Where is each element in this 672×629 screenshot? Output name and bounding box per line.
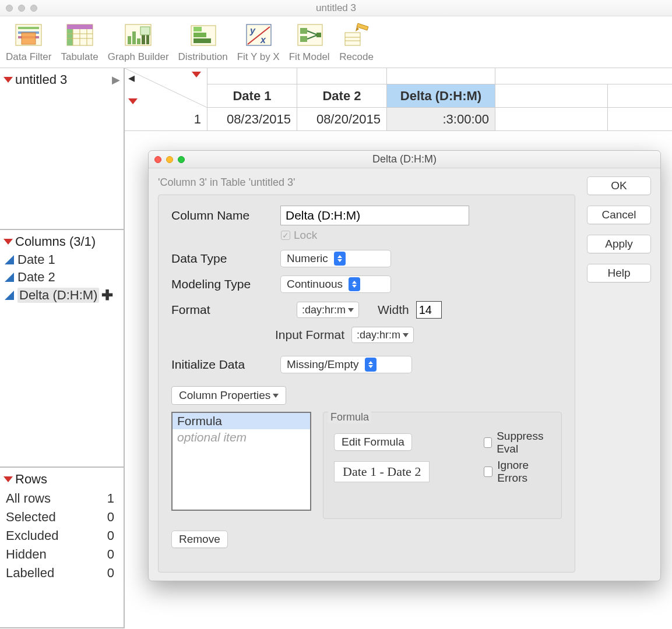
rows-header-label: Rows xyxy=(15,472,47,487)
lock-label: Lock xyxy=(294,229,317,242)
toolbar: Data Filter Tabulate Graph Builder Distr… xyxy=(0,16,672,68)
column-header[interactable]: Date 2 xyxy=(297,84,387,107)
column-header-empty xyxy=(495,84,608,107)
window-title: untitled 3 xyxy=(0,2,672,14)
checkbox-icon: ✓ xyxy=(281,231,290,240)
table-name-header[interactable]: untitled 3 ▶ xyxy=(1,70,122,89)
tabulate-icon xyxy=(62,20,97,50)
minimize-icon[interactable] xyxy=(166,156,173,163)
row-stat-value: 0 xyxy=(94,546,121,563)
property-list[interactable]: Formula optional item xyxy=(171,412,311,511)
data-cell[interactable]: 08/23/2015 xyxy=(207,108,297,130)
svg-rect-31 xyxy=(316,33,321,37)
columns-header[interactable]: Columns (3/1) xyxy=(1,232,122,251)
initialize-data-select[interactable]: Missing/Empty xyxy=(280,356,412,373)
data-cell[interactable]: :3:00:00 xyxy=(387,108,495,130)
input-format-popup[interactable]: :day:hr:m xyxy=(351,327,414,343)
data-type-label: Data Type xyxy=(171,252,273,266)
toolbar-fit-model[interactable]: Fit Model xyxy=(289,20,330,63)
recode-icon xyxy=(339,20,374,50)
help-button[interactable]: Help xyxy=(587,264,651,282)
data-cell-empty xyxy=(495,108,608,130)
data-cell[interactable]: 08/20/2015 xyxy=(297,108,387,130)
property-item-selected[interactable]: Formula xyxy=(173,413,310,429)
continuous-icon xyxy=(5,273,14,282)
format-popup[interactable]: :day:hr:m xyxy=(297,302,359,318)
svg-rect-4 xyxy=(22,33,36,44)
column-item[interactable]: Delta (D:H:M) ✚ xyxy=(1,286,122,305)
row-stat-label: Labelled xyxy=(2,564,93,582)
ignore-errors-label: Ignore Errors xyxy=(497,459,551,485)
toolbar-fit-y-by-x[interactable]: yx Fit Y by X xyxy=(237,20,280,63)
property-item-optional[interactable]: optional item xyxy=(173,429,310,446)
lock-checkbox[interactable]: ✓ Lock xyxy=(281,229,562,242)
column-label: Delta (D:H:M) xyxy=(17,288,99,303)
modeling-type-value: Continuous xyxy=(287,278,343,291)
dialog-hint: 'Column 3' in Table 'untitled 3' xyxy=(158,176,575,189)
apply-button[interactable]: Apply xyxy=(587,235,651,253)
ok-button[interactable]: OK xyxy=(587,176,651,195)
chevron-down-icon xyxy=(273,394,279,398)
toolbar-label: Graph Builder xyxy=(108,51,169,63)
select-arrows-icon xyxy=(365,358,377,372)
svg-text:x: x xyxy=(260,35,266,45)
rows-header[interactable]: Rows xyxy=(1,470,122,489)
table-corner[interactable]: ◂ xyxy=(125,68,207,108)
row-stat: All rows1 xyxy=(2,490,121,507)
toolbar-graph-builder[interactable]: Graph Builder xyxy=(108,20,169,63)
toolbar-distribution[interactable]: Distribution xyxy=(178,20,228,63)
graph-builder-icon xyxy=(121,20,156,50)
dialog-title: Delta (D:H:M) xyxy=(149,153,660,165)
zoom-icon[interactable] xyxy=(178,156,185,163)
column-menu-icon[interactable] xyxy=(192,72,201,77)
initialize-data-label: Initialize Data xyxy=(171,358,273,372)
toolbar-recode[interactable]: Recode xyxy=(339,20,374,63)
dialog-titlebar: Delta (D:H:M) xyxy=(149,151,660,168)
edit-formula-button[interactable]: Edit Formula xyxy=(334,433,412,451)
expand-icon[interactable]: ▶ xyxy=(112,73,120,86)
formula-indicator-icon: ✚ xyxy=(101,287,113,303)
row-number[interactable]: 1 xyxy=(125,108,207,130)
fit-y-by-x-icon: yx xyxy=(241,20,276,50)
svg-rect-23 xyxy=(193,27,202,31)
data-type-select[interactable]: Numeric xyxy=(280,250,391,267)
fit-model-icon xyxy=(292,20,327,50)
table-name-panel: untitled 3 ▶ xyxy=(0,68,124,230)
table-name-label: untitled 3 xyxy=(15,72,67,87)
modeling-type-label: Modeling Type xyxy=(171,277,273,291)
ignore-errors-checkbox[interactable]: Ignore Errors xyxy=(484,459,551,485)
svg-rect-7 xyxy=(67,29,73,45)
row-stat: Excluded0 xyxy=(2,527,121,545)
column-header[interactable]: Delta (D:H:M) xyxy=(387,84,495,107)
disclosure-icon xyxy=(3,239,13,245)
svg-text:y: y xyxy=(249,26,256,36)
toolbar-data-filter[interactable]: Data Filter xyxy=(6,20,51,63)
format-value: :day:hr:m xyxy=(302,304,346,316)
main-window-titlebar: untitled 3 xyxy=(0,0,672,16)
column-item[interactable]: Date 2 xyxy=(1,268,122,286)
row-menu-icon[interactable] xyxy=(128,98,138,104)
scroll-left-icon[interactable]: ◂ xyxy=(128,70,135,86)
column-name-label: Column Name xyxy=(171,209,273,222)
column-properties-popup[interactable]: Column Properties xyxy=(171,386,286,405)
toolbar-tabulate[interactable]: Tabulate xyxy=(61,20,98,63)
toolbar-label: Recode xyxy=(339,51,374,63)
columns-header-label: Columns (3/1) xyxy=(15,234,96,249)
initialize-data-value: Missing/Empty xyxy=(287,358,359,371)
column-header[interactable]: Date 1 xyxy=(207,84,297,107)
column-item[interactable]: Date 1 xyxy=(1,251,122,268)
row-stat: Labelled0 xyxy=(2,564,121,582)
width-input[interactable] xyxy=(416,301,442,319)
cancel-button[interactable]: Cancel xyxy=(587,206,651,224)
modeling-type-select[interactable]: Continuous xyxy=(280,275,391,293)
suppress-eval-checkbox[interactable]: Suppress Eval xyxy=(484,430,551,455)
column-name-input[interactable] xyxy=(280,206,469,225)
suppress-eval-label: Suppress Eval xyxy=(497,430,551,455)
row-stat-value: 0 xyxy=(94,564,121,582)
formula-group: Formula Edit Formula Date 1 - Date 2 Sup… xyxy=(323,412,562,519)
svg-rect-32 xyxy=(345,33,360,45)
remove-button[interactable]: Remove xyxy=(171,531,228,548)
close-icon[interactable] xyxy=(154,156,161,163)
left-panel: untitled 3 ▶ Columns (3/1) Date 1 Date 2… xyxy=(0,68,125,628)
row-stat-value: 0 xyxy=(94,508,121,526)
